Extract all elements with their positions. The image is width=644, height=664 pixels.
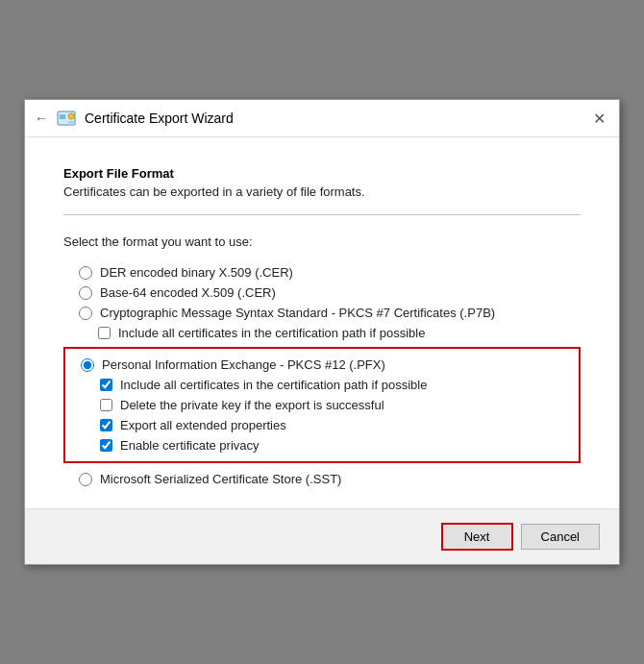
next-button[interactable]: Next: [441, 523, 513, 551]
checkbox-cms-include-label: Include all certificates in the certific…: [118, 326, 425, 340]
checkbox-pfx-privacy[interactable]: Enable certificate privacy: [65, 435, 579, 455]
divider: [63, 214, 581, 215]
radio-ms-store[interactable]: [79, 473, 92, 486]
radio-item-cms[interactable]: Cryptographic Message Syntax Standard - …: [63, 303, 581, 323]
select-format-label: Select the format you want to use:: [63, 234, 581, 249]
main-content: Export File Format Certificates can be e…: [25, 137, 619, 508]
radio-der[interactable]: [79, 266, 92, 280]
checkbox-pfx-include-label: Include all certificates in the certific…: [120, 378, 427, 392]
section-title: Export File Format: [63, 166, 581, 181]
svg-rect-1: [60, 114, 65, 119]
radio-item-der[interactable]: DER encoded binary X.509 (.CER): [63, 262, 581, 283]
radio-item-ms-store[interactable]: Microsoft Serialized Certificate Store (…: [63, 469, 581, 489]
format-options: DER encoded binary X.509 (.CER) Base-64 …: [63, 262, 581, 489]
section-description: Certificates can be exported in a variet…: [63, 184, 581, 199]
radio-der-label: DER encoded binary X.509 (.CER): [100, 265, 293, 280]
radio-pfx-label: Personal Information Exchange - PKCS #12…: [102, 357, 385, 372]
checkbox-pfx-extended-input[interactable]: [100, 419, 112, 431]
radio-cms[interactable]: [79, 307, 92, 320]
wizard-window: ← Certificate Export Wizard ✕ Export Fil…: [24, 99, 620, 565]
radio-b64[interactable]: [79, 286, 92, 300]
checkbox-pfx-include-input[interactable]: [100, 379, 112, 391]
radio-b64-label: Base-64 encoded X.509 (.CER): [100, 285, 276, 300]
back-button[interactable]: ←: [35, 111, 48, 126]
title-bar-left: ← Certificate Export Wizard: [35, 108, 234, 129]
checkbox-pfx-delete[interactable]: Delete the private key if the export is …: [65, 395, 579, 415]
checkbox-pfx-privacy-label: Enable certificate privacy: [120, 438, 260, 453]
checkbox-pfx-include[interactable]: Include all certificates in the certific…: [65, 375, 579, 395]
pfx-section: Personal Information Exchange - PKCS #12…: [63, 347, 581, 463]
window-title: Certificate Export Wizard: [85, 111, 234, 126]
radio-pfx[interactable]: [81, 358, 94, 372]
cancel-button[interactable]: Cancel: [521, 524, 600, 550]
title-bar: ← Certificate Export Wizard ✕: [25, 100, 619, 137]
radio-cms-label: Cryptographic Message Syntax Standard - …: [100, 306, 495, 320]
radio-item-b64[interactable]: Base-64 encoded X.509 (.CER): [63, 283, 581, 303]
checkbox-pfx-privacy-input[interactable]: [100, 439, 112, 452]
checkbox-pfx-delete-input[interactable]: [100, 399, 112, 411]
close-button[interactable]: ✕: [588, 108, 609, 129]
checkbox-pfx-extended[interactable]: Export all extended properties: [65, 415, 579, 435]
checkbox-cms-include-input[interactable]: [98, 327, 111, 339]
radio-ms-store-label: Microsoft Serialized Certificate Store (…: [100, 472, 341, 486]
footer: Next Cancel: [25, 508, 619, 564]
checkbox-cms-include[interactable]: Include all certificates in the certific…: [63, 323, 581, 343]
radio-item-pfx[interactable]: Personal Information Exchange - PKCS #12…: [65, 355, 579, 375]
wizard-icon: [56, 108, 77, 129]
checkbox-pfx-delete-label: Delete the private key if the export is …: [120, 398, 384, 412]
svg-point-2: [68, 113, 74, 119]
checkbox-pfx-extended-label: Export all extended properties: [120, 418, 286, 432]
